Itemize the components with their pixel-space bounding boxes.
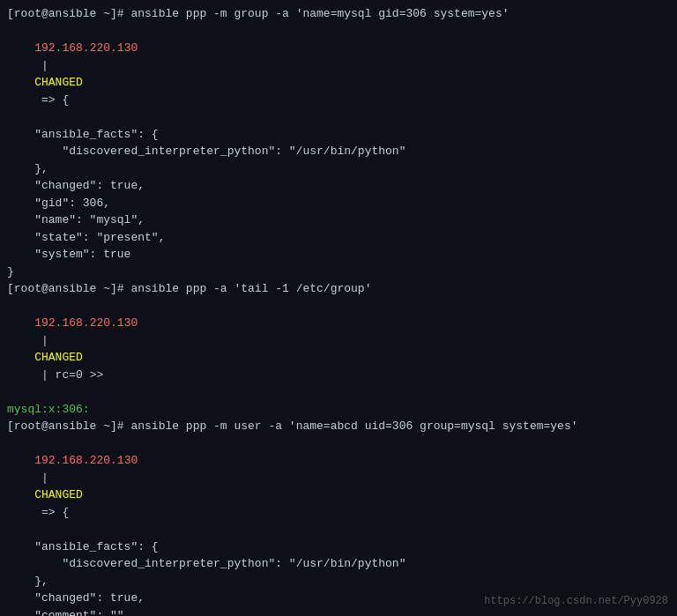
facts-close-1: },	[7, 160, 670, 178]
output-line-ip-1: 192.168.220.130 | CHANGED => {	[7, 23, 670, 126]
output-line-ip-3: 192.168.220.130 | CHANGED => {	[7, 435, 670, 538]
arrow-1: => {	[34, 93, 69, 107]
terminal: [root@ansible ~]# ansible ppp -m group -…	[0, 0, 677, 616]
ip-address-1: 192.168.220.130	[34, 41, 138, 55]
changed-label-3: CHANGED	[34, 488, 83, 501]
changed-val-1: "changed": true,	[7, 177, 670, 195]
facts-open-3: "ansible_facts": {	[7, 538, 670, 556]
pipe-2: |	[34, 334, 55, 347]
pipe-1: |	[34, 59, 55, 72]
pipe-3: |	[34, 471, 55, 485]
watermark: https://blog.csdn.net/Pyy0928	[484, 593, 668, 609]
output-line-ip-2: 192.168.220.130 | CHANGED | rc=0 >>	[7, 298, 670, 401]
name-val-1: "name": "mysql",	[7, 212, 670, 229]
state-val-1: "state": "present",	[7, 229, 670, 247]
facts-open-1: "ansible_facts": {	[7, 126, 670, 144]
command-line-3: [root@ansible ~]# ansible ppp -m user -a…	[7, 418, 670, 435]
gid-val-1: "gid": 306,	[7, 195, 670, 212]
tail-output: mysql:x:306:	[7, 401, 670, 419]
changed-label-2: CHANGED	[34, 351, 83, 364]
command-line-1: [root@ansible ~]# ansible ppp -m group -…	[7, 5, 670, 23]
interpreter-3: "discovered_interpreter_python": "/usr/b…	[7, 555, 670, 573]
ip-address-2: 192.168.220.130	[34, 316, 138, 330]
interpreter-1: "discovered_interpreter_python": "/usr/b…	[7, 143, 670, 160]
pipe-rc-2: | rc=0 >>	[34, 368, 103, 382]
changed-label-1: CHANGED	[34, 76, 83, 89]
close-brace-1: }	[7, 263, 670, 281]
facts-close-3: },	[7, 573, 670, 590]
command-line-2: [root@ansible ~]# ansible ppp -a 'tail -…	[7, 280, 670, 298]
ip-address-3: 192.168.220.130	[34, 454, 138, 467]
arrow-3: => {	[34, 506, 69, 519]
system-val-1: "system": true	[7, 246, 670, 263]
